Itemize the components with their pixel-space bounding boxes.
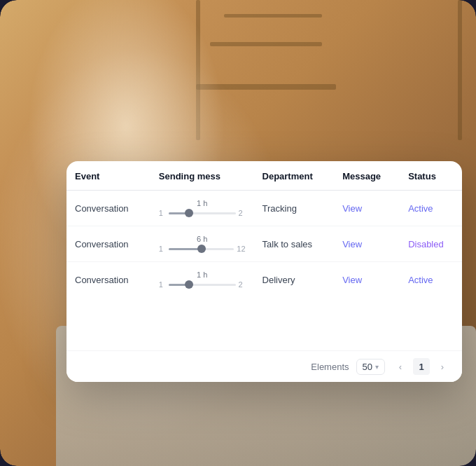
current-page-button[interactable]: 1 bbox=[413, 358, 430, 375]
cell-slider-2: 1 h 1 2 bbox=[150, 262, 254, 298]
slider-container-2: 1 h 1 2 bbox=[159, 270, 246, 289]
pagination-footer: Elements 50 ▾ ‹ 1 › bbox=[66, 350, 462, 382]
cell-status-0: Active bbox=[400, 191, 462, 226]
col-message: Message bbox=[334, 161, 400, 191]
slider-thumb-0[interactable] bbox=[185, 209, 193, 217]
view-link-0[interactable]: View bbox=[342, 203, 362, 214]
table-header-row: Event Sending mess Department Message St… bbox=[66, 161, 462, 191]
slider-max-0: 2 bbox=[239, 209, 246, 217]
cell-status-2: Active bbox=[400, 262, 462, 298]
slider-min-2: 1 bbox=[159, 280, 166, 289]
cell-department-1: Talk to sales bbox=[254, 226, 335, 262]
cell-message-2: View bbox=[334, 262, 400, 298]
slider-track-0[interactable] bbox=[169, 212, 236, 214]
elements-label: Elements bbox=[311, 362, 349, 372]
slider-max-2: 2 bbox=[239, 280, 246, 289]
table-scroll[interactable]: Event Sending mess Department Message St… bbox=[66, 161, 462, 350]
slider-row-1: 1 12 bbox=[159, 245, 246, 253]
per-page-select[interactable]: 50 ▾ bbox=[356, 359, 385, 375]
cell-event-0: Conversation bbox=[66, 191, 150, 226]
col-event: Event bbox=[66, 161, 150, 191]
col-status: Status bbox=[400, 161, 462, 191]
slider-thumb-2[interactable] bbox=[185, 280, 193, 289]
table-card: Event Sending mess Department Message St… bbox=[66, 161, 462, 382]
cell-department-2: Delivery bbox=[254, 262, 335, 298]
view-link-2[interactable]: View bbox=[342, 275, 362, 285]
slider-track-1[interactable] bbox=[169, 248, 234, 250]
slider-row-2: 1 2 bbox=[159, 280, 246, 289]
status-badge-1[interactable]: Disabled bbox=[408, 239, 444, 249]
slider-row-0: 1 2 bbox=[159, 209, 246, 217]
cell-status-1: Disabled bbox=[400, 226, 462, 262]
cell-department-0: Tracking bbox=[254, 191, 335, 226]
slider-container-1: 6 h 1 12 bbox=[159, 235, 246, 253]
slider-thumb-1[interactable] bbox=[197, 245, 206, 253]
cell-slider-0: 1 h 1 2 bbox=[150, 191, 254, 226]
cell-event-1: Conversation bbox=[66, 226, 150, 262]
slider-container-0: 1 h 1 2 bbox=[159, 199, 246, 217]
data-table: Event Sending mess Department Message St… bbox=[66, 161, 462, 297]
cell-message-0: View bbox=[334, 191, 400, 226]
slider-track-2[interactable] bbox=[169, 284, 236, 286]
table-row: Conversation 1 h 1 2 Delivery View bbox=[66, 262, 462, 298]
chevron-down-icon: ▾ bbox=[375, 363, 379, 371]
status-badge-0[interactable]: Active bbox=[408, 203, 433, 214]
table-row: Conversation 1 h 1 2 Tracking View bbox=[66, 191, 462, 226]
slider-label-1: 6 h bbox=[197, 235, 207, 243]
table-row: Conversation 6 h 1 12 Talk to sales bbox=[66, 226, 462, 262]
per-page-value: 50 bbox=[363, 362, 372, 372]
col-sending-mess: Sending mess bbox=[150, 161, 254, 191]
cell-event-2: Conversation bbox=[66, 262, 150, 298]
slider-min-1: 1 bbox=[159, 245, 166, 253]
slider-fill-1 bbox=[169, 248, 202, 250]
page-nav: ‹ 1 › bbox=[392, 358, 451, 375]
next-page-button[interactable]: › bbox=[434, 358, 451, 375]
slider-label-2: 1 h bbox=[197, 270, 207, 279]
slider-min-0: 1 bbox=[159, 209, 166, 217]
cell-message-1: View bbox=[334, 226, 400, 262]
view-link-1[interactable]: View bbox=[342, 239, 362, 249]
prev-page-button[interactable]: ‹ bbox=[392, 358, 409, 375]
col-department: Department bbox=[254, 161, 335, 191]
cell-slider-1: 6 h 1 12 bbox=[150, 226, 254, 262]
status-badge-2[interactable]: Active bbox=[408, 275, 433, 285]
slider-label-0: 1 h bbox=[197, 199, 207, 207]
slider-max-1: 12 bbox=[237, 245, 245, 253]
scene: Event Sending mess Department Message St… bbox=[0, 0, 476, 466]
